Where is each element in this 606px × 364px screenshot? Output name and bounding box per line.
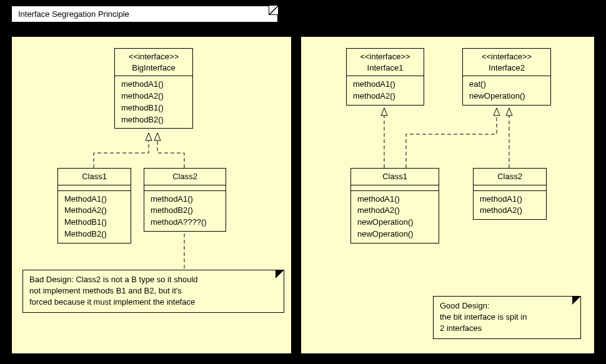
method: methodA2() [357,205,432,217]
method: methodA2() [353,91,417,102]
attributes-compartment [144,185,226,191]
methods-compartment: methodA1() methodA2() [474,191,546,220]
note-line: the bit interface is spit in [440,312,574,323]
attributes-compartment [351,185,439,191]
methods-compartment: eat() newOperation() [463,76,550,105]
diagram-title: Interface Segregation Principle [11,6,278,22]
stereotype-label: <<interface>> [121,51,186,62]
method: MethodA1() [64,194,124,205]
attributes-compartment [474,185,546,191]
class-name: Interface1 [353,62,417,74]
method: MethodB2() [64,229,124,240]
method: MethodB1() [64,217,124,229]
diagram-canvas: Interface Segregation Principle <<interf… [0,0,606,364]
method: methodA1() [121,79,186,91]
attributes-compartment [58,185,131,191]
methods-compartment: methodA1() methodB2() methodA????() [144,191,226,232]
note-line: forced because it must implement the int… [29,297,277,308]
methods-compartment: methodA1() methodA2() [347,76,424,105]
class-header: Class1 [351,169,439,185]
method: eat() [469,79,544,91]
class-right-class1: Class1 methodA1() methodA2() newOperatio… [350,168,439,243]
class-name: Class2 [151,171,219,182]
class-header: <<interface>> Interface2 [463,49,550,76]
class-interface1: <<interface>> Interface1 methodA1() meth… [346,48,424,106]
class-right-class2: Class2 methodA1() methodA2() [473,168,547,220]
class-header: <<interface>> Interface1 [347,49,424,76]
class-left-class2: Class2 methodA1() methodB2() methodA????… [144,168,226,232]
class-header: <<interface>> BigInterface [115,49,192,76]
stereotype-label: <<interface>> [469,51,544,62]
class-left-class1: Class1 MethodA1() MethodA2() MethodB1() … [57,168,131,243]
method: methodA1() [357,194,432,205]
note-line: Good Design: [440,300,574,312]
method: methodA2() [480,205,540,217]
methods-compartment: methodA1() methodA2() newOperation() new… [351,191,439,243]
class-name: BigInterface [121,62,186,74]
method: newOperation() [357,217,432,229]
method: newOperation() [357,229,432,240]
method: methodA1() [480,194,540,205]
methods-compartment: MethodA1() MethodA2() MethodB1() MethodB… [58,191,131,243]
method: methodA1() [353,79,417,91]
class-interface2: <<interface>> Interface2 eat() newOperat… [462,48,551,106]
methods-compartment: methodA1() methodA2() methodB1() methodB… [115,76,192,128]
class-header: Class1 [58,169,131,185]
class-name: Class2 [480,171,540,182]
note-line: not implement methods B1 and B2, but it'… [29,285,277,297]
class-header: Class2 [144,169,226,185]
method: methodB2() [151,205,219,217]
method: methodA1() [151,194,219,205]
method: methodA2() [121,91,186,102]
stereotype-label: <<interface>> [353,51,417,62]
note-bad-design: Bad Design: Class2 is not a B type so it… [22,270,284,313]
method: methodA????() [151,217,219,229]
note-good-design: Good Design: the bit interface is spit i… [433,296,581,339]
method: MethodA2() [64,205,124,217]
note-line: Bad Design: Class2 is not a B type so it… [29,274,277,285]
class-name: Interface2 [469,62,544,74]
method: methodB1() [121,102,186,114]
class-biginterface: <<interface>> BigInterface methodA1() me… [114,48,193,129]
title-text: Interface Segregation Principle [18,9,129,19]
class-header: Class2 [474,169,546,185]
method: newOperation() [469,91,544,102]
class-name: Class1 [64,171,124,182]
class-name: Class1 [357,171,432,182]
method: methodB2() [121,114,186,126]
note-line: 2 interfaces [440,323,574,334]
